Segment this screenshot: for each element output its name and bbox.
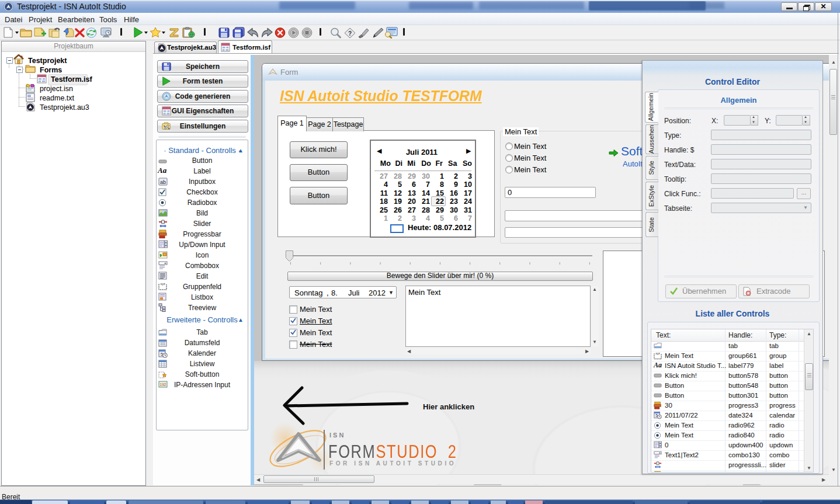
svg-text:xyz: xyz bbox=[655, 352, 660, 355]
svg-text:?: ? bbox=[348, 30, 352, 37]
svg-text:xyz: xyz bbox=[160, 282, 165, 286]
svg-text:192: 192 bbox=[160, 383, 166, 387]
svg-text:ab: ab bbox=[160, 179, 166, 185]
